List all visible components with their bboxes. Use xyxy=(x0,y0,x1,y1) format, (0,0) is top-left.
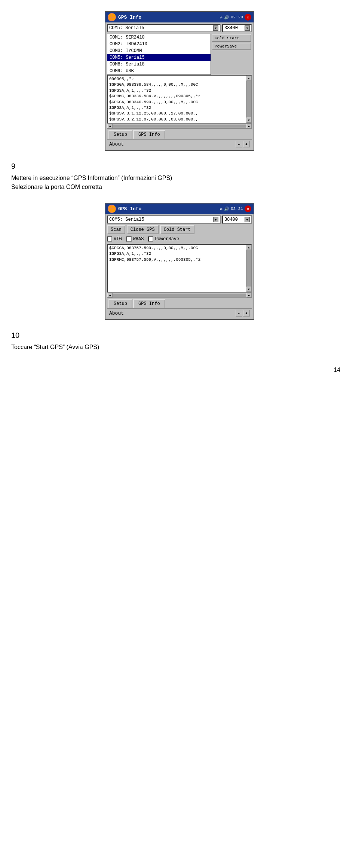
section-10: 10 Toccare “Start GPS” (Avvia GPS) xyxy=(7,324,352,359)
svg-rect-2 xyxy=(109,18,111,20)
tab-bar-1: Setup GPS Info xyxy=(107,129,252,139)
scroll-v-1[interactable]: ▲ ▼ xyxy=(246,76,251,123)
scroll-track-1 xyxy=(246,81,251,117)
vtg-checkbox[interactable] xyxy=(107,236,112,242)
clock-1: 02:20 xyxy=(231,15,243,19)
scroll-down-btn-1[interactable]: ▼ xyxy=(246,117,251,123)
data-line-1-1: $GPGGA,083339.584,,,,,0,00,,,M,,,00C xyxy=(109,82,250,88)
scroll-v-2[interactable]: ▲ ▼ xyxy=(246,245,251,292)
svg-rect-0 xyxy=(109,14,111,17)
vtg-label: VTG xyxy=(114,236,122,242)
title-bar-1: GPS Info ⇌ 🔊 02:20 ✕ xyxy=(105,12,254,22)
scroll-right-1[interactable]: ▶ xyxy=(246,124,252,128)
baud-arrow-2[interactable]: ▼ xyxy=(245,217,250,222)
screen2: GPS Info ⇌ 🔊 02:21 ✕ COM5: Serial5 ▼ 384… xyxy=(105,203,254,320)
close-gps-button[interactable]: Close GPS xyxy=(127,225,159,234)
close-button-2[interactable]: ✕ xyxy=(245,205,251,212)
scroll-up-icon-1[interactable]: ▲ xyxy=(243,141,250,147)
com-select-1[interactable]: COM5: Serial5 ▼ xyxy=(107,24,221,32)
scroll-up-btn-1[interactable]: ▲ xyxy=(246,76,251,81)
data-area-wrapper-2: ▲ ▼ $GPGGA,083757.599,,,,,0,00,,,M,,,00C… xyxy=(107,244,252,293)
powersave-label: PowerSave xyxy=(155,236,179,242)
checkbox-waas[interactable]: WAAS xyxy=(126,236,144,242)
step-text-9b: Selezionare la porta COM corretta xyxy=(11,183,348,192)
tab-setup-1[interactable]: Setup xyxy=(108,130,132,139)
title-icons-2: ⇌ 🔊 02:21 ✕ xyxy=(220,205,251,212)
about-bar-1: About ↵ ▲ xyxy=(107,139,252,149)
step-text-9a: Mettere in esecuzione “GPS Information” … xyxy=(11,174,348,183)
svg-rect-6 xyxy=(109,209,111,212)
app-title-1: GPS Info xyxy=(118,15,220,20)
about-label-1[interactable]: About xyxy=(109,141,124,147)
svg-rect-5 xyxy=(112,206,115,208)
app-title-2: GPS Info xyxy=(118,206,220,212)
about-icons-2: ↵ ▲ xyxy=(236,310,250,317)
about-bar-2: About ↵ ▲ xyxy=(107,308,252,318)
scroll-left-2[interactable]: ◀ xyxy=(107,293,113,297)
clock-2: 02:21 xyxy=(231,207,243,211)
tab-gpsinfo-1[interactable]: GPS Info xyxy=(133,130,165,139)
btn-row-2: Scan Close GPS Cold Start xyxy=(107,225,252,234)
cold-start-button-2[interactable]: Cold Start xyxy=(160,225,194,234)
about-icons-1: ↵ ▲ xyxy=(236,141,250,147)
scroll-up-btn-2[interactable]: ▲ xyxy=(246,245,251,250)
dropdown-item-com2[interactable]: COM2: IRDA2410 xyxy=(107,41,211,48)
dropdown-item-com8[interactable]: COM8: Serial8 xyxy=(107,61,211,68)
tab-gpsinfo-2[interactable]: GPS Info xyxy=(133,299,165,308)
data-line-1-7: $GPGSV,3,2,12,07,00,000,,03,00,000,, xyxy=(109,117,250,122)
step-number-9: 9 xyxy=(11,162,348,171)
data-line-1-6: $GPGSV,3,1,12,25,00,000,,27,00,000,, xyxy=(109,111,250,116)
power-save-button-1[interactable]: PowerSave xyxy=(212,43,251,50)
svg-rect-7 xyxy=(112,209,115,212)
windows-logo-2 xyxy=(108,205,116,213)
section-9: 9 Mettere in esecuzione “GPS Information… xyxy=(7,155,352,199)
dropdown-item-com3[interactable]: COM3: IrCOMM xyxy=(107,48,211,54)
back-icon-1[interactable]: ↵ xyxy=(236,141,242,147)
com-select-2[interactable]: COM5: Serial5 ▼ xyxy=(107,216,221,224)
checkbox-vtg[interactable]: VTG xyxy=(107,236,122,242)
back-icon-2[interactable]: ↵ xyxy=(236,310,242,317)
tab-setup-2[interactable]: Setup xyxy=(108,299,132,308)
data-line-1-5: $GPGSA,A,1,,,,*32 xyxy=(109,105,250,111)
scroll-track-2 xyxy=(246,250,251,287)
cold-start-button-1[interactable]: Cold Start xyxy=(212,34,251,42)
dropdown-item-com9[interactable]: COM9: USB xyxy=(107,68,211,74)
step-number-10: 10 xyxy=(11,331,348,340)
scrollbar-h-2[interactable]: ◀ ▶ xyxy=(107,293,252,298)
baud-arrow-1[interactable]: ▼ xyxy=(245,25,250,31)
baud-select-2[interactable]: 38400 ▼ xyxy=(222,216,252,224)
data-area-2: ▲ ▼ $GPGGA,083757.599,,,,,0,00,,,M,,,00C… xyxy=(107,244,252,293)
data-line-2-0: $GPGGA,083757.599,,,,,0,00,,,M,,,00C xyxy=(109,245,250,251)
data-line-1-4: $GPGGA,083340.590,,,,,0,00,,,M,,,00C xyxy=(109,100,250,105)
baud-select-1[interactable]: 38400 ▼ xyxy=(222,24,252,32)
data-line-1-3: $GPRMC,083339.584,V,,,,,,,,090305,,*z xyxy=(109,94,250,99)
title-bar-2: GPS Info ⇌ 🔊 02:21 ✕ xyxy=(105,204,254,214)
checkbox-row-2: VTG WAAS PowerSave xyxy=(107,236,252,242)
windows-logo-1 xyxy=(108,13,116,21)
com-arrow-2[interactable]: ▼ xyxy=(213,217,218,222)
tab-bar-2: Setup GPS Info xyxy=(107,298,252,308)
dropdown-item-com1[interactable]: COM1: SER2410 xyxy=(107,34,211,41)
close-button-1[interactable]: ✕ xyxy=(245,14,251,21)
dropdown-item-com5[interactable]: COM5: Serial5 xyxy=(107,54,211,61)
screen1-content: COM1: SER2410 COM2: IRDA2410 COM3: IrCOM… xyxy=(107,34,252,129)
checkbox-powersave[interactable]: PowerSave xyxy=(148,236,179,242)
scroll-down-btn-2[interactable]: ▼ xyxy=(246,287,251,292)
about-label-2[interactable]: About xyxy=(109,311,124,316)
overlay-buttons: Cold Start PowerSave xyxy=(211,34,252,75)
svg-rect-3 xyxy=(112,18,115,20)
data-line-2-1: $GPGSA,A,1,,,,*32 xyxy=(109,251,250,257)
dropdown-list: COM1: SER2410 COM2: IRDA2410 COM3: IrCOM… xyxy=(107,34,211,75)
waas-checkbox[interactable] xyxy=(126,236,132,242)
scrollbar-h-1[interactable]: ◀ ▶ xyxy=(107,123,252,129)
data-area-wrapper-1: ▲ ▼ 090305,,*z $GPGGA,083339.584,,,,,0,0… xyxy=(107,75,252,123)
com-dropdown[interactable]: COM1: SER2410 COM2: IRDA2410 COM3: IrCOM… xyxy=(107,34,211,75)
data-area-1: ▲ ▼ 090305,,*z $GPGGA,083339.584,,,,,0,0… xyxy=(107,75,252,123)
powersave-checkbox[interactable] xyxy=(148,236,153,242)
scroll-right-2[interactable]: ▶ xyxy=(246,293,252,297)
scan-button[interactable]: Scan xyxy=(107,225,125,234)
com-arrow-1[interactable]: ▼ xyxy=(213,25,218,31)
volume-icon: 🔊 xyxy=(224,15,229,20)
scroll-up-icon-2[interactable]: ▲ xyxy=(243,310,250,317)
scroll-left-1[interactable]: ◀ xyxy=(107,124,113,128)
